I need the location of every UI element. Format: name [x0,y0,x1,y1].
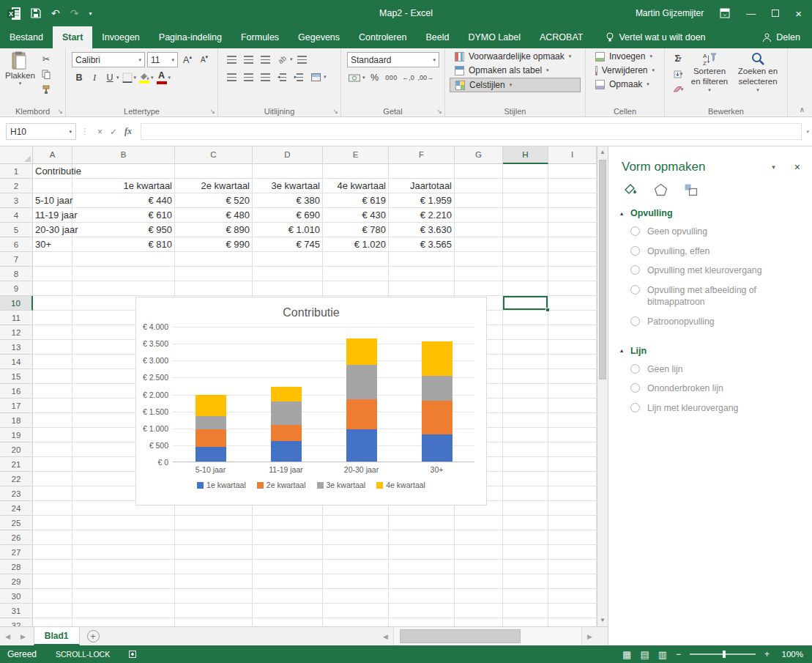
align-right-icon[interactable] [258,70,272,84]
cell-A15[interactable] [33,369,72,384]
insert-function-icon[interactable]: fx [124,126,132,137]
cell-A8[interactable] [33,267,72,281]
cell-B3[interactable]: € 440 [72,193,175,208]
cell-A28[interactable] [33,560,72,574]
row-header-24[interactable]: 24 [0,501,33,516]
cell-H4[interactable] [503,208,548,223]
radio-button-icon[interactable] [630,383,640,393]
chart-segment[interactable] [195,429,226,447]
cell-A9[interactable] [33,281,72,296]
cell-F29[interactable] [389,574,455,589]
cell-I11[interactable] [548,311,597,325]
cell-C9[interactable] [175,281,253,296]
cell-C32[interactable] [175,618,253,626]
radio-option[interactable]: Opvulling met afbeelding of bitmappatroo… [630,284,802,308]
cell-A24[interactable] [33,501,72,516]
zoom-level[interactable]: 100% [778,650,803,659]
tab-controleren[interactable]: Controleren [349,26,416,48]
cell-B31[interactable] [72,604,175,618]
cell-H13[interactable] [503,340,548,355]
cell-F2[interactable]: Jaartotaal [389,179,455,193]
cell-B6[interactable]: € 810 [72,237,175,252]
tab-acrobat[interactable]: ACROBAT [530,26,593,48]
cell-H27[interactable] [503,545,548,560]
cell-D9[interactable] [253,281,323,296]
increase-font-size-icon[interactable]: A▴ [180,53,195,67]
tab-dymo-label[interactable]: DYMO Label [458,26,530,48]
row-header-19[interactable]: 19 [0,428,33,442]
cell-H8[interactable] [503,267,548,281]
cell-H18[interactable] [503,413,548,428]
radio-button-icon[interactable] [630,226,640,236]
sheet-tab-blad1[interactable]: Blad1 [34,627,80,645]
macro-record-icon[interactable] [129,651,136,658]
chart-segment[interactable] [346,429,377,462]
cell-F27[interactable] [389,545,455,560]
cell-E9[interactable] [323,281,389,296]
radio-button-icon[interactable] [630,265,640,275]
cell-I24[interactable] [548,501,597,516]
cell-A1[interactable]: Contributie [33,164,72,179]
align-left-icon[interactable] [224,70,239,84]
row-header-6[interactable]: 6 [0,237,33,252]
cell-B5[interactable]: € 950 [72,223,175,237]
chart-title[interactable]: Contributie [136,306,486,319]
cell-H6[interactable] [503,237,548,252]
cell-A6[interactable]: 30+ [33,237,72,252]
row-header-31[interactable]: 31 [0,604,33,618]
cell-I1[interactable] [548,164,597,179]
cell-D25[interactable] [253,516,323,530]
cell-I9[interactable] [548,281,597,296]
cell-F30[interactable] [389,589,455,604]
page-layout-view-icon[interactable]: ▤ [640,649,649,660]
cell-D32[interactable] [253,618,323,626]
klembord-dialog-launcher-icon[interactable]: ↘ [57,108,63,115]
tab-bestand[interactable]: Bestand [0,26,53,48]
share-button[interactable]: Delen [762,26,812,48]
cell-styles-button[interactable]: Celstijlen ▾ [450,78,581,92]
cell-I15[interactable] [548,369,597,384]
cell-G8[interactable] [455,267,503,281]
cell-D27[interactable] [253,545,323,560]
cell-B32[interactable] [72,618,175,626]
cell-E27[interactable] [323,545,389,560]
cell-I18[interactable] [548,413,597,428]
cell-A25[interactable] [33,516,72,530]
cell-I20[interactable] [548,442,597,457]
cell-A30[interactable] [33,589,72,604]
merge-center-icon[interactable] [308,70,323,84]
cell-H5[interactable] [503,223,548,237]
cell-B9[interactable] [72,281,175,296]
cell-I8[interactable] [548,267,597,281]
cell-D1[interactable] [253,164,323,179]
cell-I22[interactable] [548,472,597,486]
section-header[interactable]: ▲Opvulling [619,208,802,218]
tab-beeld[interactable]: Beeld [416,26,458,48]
cell-F26[interactable] [389,530,455,545]
cell-D29[interactable] [253,574,323,589]
cell-C28[interactable] [175,560,253,574]
pane-dropdown-icon[interactable]: ▾ [772,163,775,171]
chart-bar-2[interactable] [271,387,302,462]
row-header-18[interactable]: 18 [0,413,33,428]
scroll-up-icon[interactable]: ▲ [597,147,608,158]
cell-E7[interactable] [323,252,389,267]
cell-A27[interactable] [33,545,72,560]
cell-H22[interactable] [503,472,548,486]
cell-A2[interactable] [33,179,72,193]
effects-tab-icon[interactable] [654,183,668,196]
cell-B27[interactable] [72,545,175,560]
cell-I26[interactable] [548,530,597,545]
paste-button[interactable]: Plakken ▾ [1,49,39,97]
cell-I4[interactable] [548,208,597,223]
cell-H14[interactable] [503,355,548,369]
section-header[interactable]: ▲Lijn [619,346,802,356]
row-header-28[interactable]: 28 [0,560,33,574]
fill-color-dropdown-icon[interactable]: ▾ [151,75,154,81]
cell-E28[interactable] [323,560,389,574]
cell-C2[interactable]: 2e kwartaal [175,179,253,193]
cell-H23[interactable] [503,486,548,501]
row-header-20[interactable]: 20 [0,442,33,457]
chart-segment[interactable] [195,395,226,416]
cell-C1[interactable] [175,164,253,179]
